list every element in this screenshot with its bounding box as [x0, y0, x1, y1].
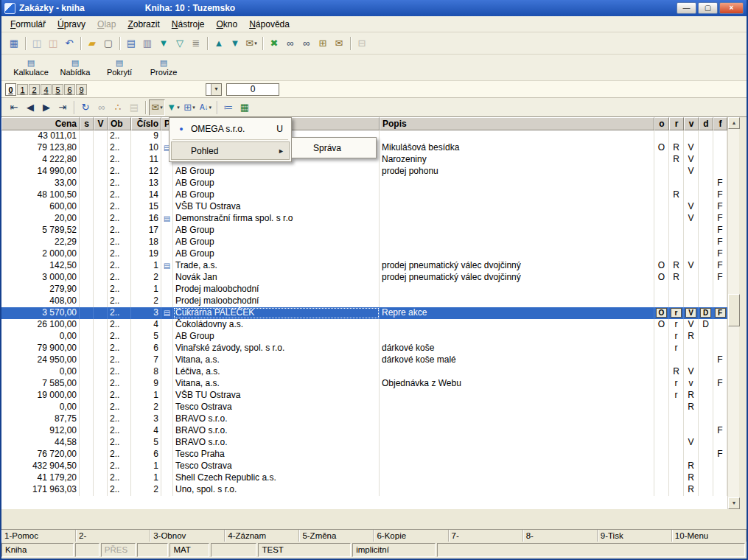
table-row[interactable]: 2 000,002..19AB GroupF: [1, 248, 747, 260]
column-header-v[interactable]: V: [94, 117, 108, 130]
list-settings-button[interactable]: ≔: [220, 99, 237, 116]
column-header-d[interactable]: d: [699, 117, 713, 130]
fkey-2[interactable]: 2-: [76, 530, 150, 542]
table-row[interactable]: 912,002..4BRAVO s.r.o.F: [1, 425, 747, 437]
table-row[interactable]: 279,902..1Prodej maloobchodní: [1, 284, 747, 295]
maximize-button[interactable]: ▢: [698, 2, 718, 14]
column-header-popis[interactable]: Popis: [380, 117, 654, 130]
menu-nastroje[interactable]: Nástroje: [166, 17, 211, 32]
fkey-7[interactable]: 7-: [449, 530, 523, 542]
column-header-cislo[interactable]: Číslo: [131, 117, 161, 130]
layers-icon[interactable]: ≣: [188, 35, 204, 52]
page-combo[interactable]: ▼: [206, 83, 222, 96]
table-row[interactable]: 3 000,002..2Novák Janprodej pneumatický …: [1, 272, 747, 284]
copy-icon[interactable]: ▤: [123, 35, 139, 52]
column-header-s[interactable]: s: [80, 117, 94, 130]
view-menu-button[interactable]: ⊞▾: [181, 99, 198, 116]
table-row[interactable]: 142,502..1▤Trade, a.s.prodej pneumatický…: [1, 260, 747, 272]
fkey-9-tisk[interactable]: 9-Tisk: [598, 530, 672, 542]
table-row[interactable]: 0,002..8Léčiva, a.s.RV: [1, 366, 747, 378]
table-row[interactable]: 41 179,202..1Shell Czech Republic a.s.R: [1, 472, 747, 484]
menu-okno[interactable]: Okno: [210, 17, 243, 32]
menu-zobrazit[interactable]: Zobrazit: [122, 17, 165, 32]
menu-olap[interactable]: Olap: [91, 17, 122, 32]
move-up-icon[interactable]: ▲: [211, 35, 227, 52]
sort-menu-button[interactable]: A↓▾: [198, 99, 214, 116]
menu-upravy[interactable]: Úpravy: [52, 17, 91, 32]
find-next-icon[interactable]: ∞: [298, 35, 315, 52]
copy-record-button[interactable]: ▤: [126, 99, 142, 116]
tab-4[interactable]: 4: [41, 84, 52, 95]
column-header-v[interactable]: v: [684, 117, 699, 130]
mail-icon[interactable]: ✉: [331, 35, 347, 52]
scroll-down-icon[interactable]: ▼: [728, 497, 740, 509]
new-record-icon[interactable]: ▢: [100, 35, 116, 52]
move-down-icon[interactable]: ▼: [227, 35, 243, 52]
table-row[interactable]: 0,002..2Tesco OstravaR: [1, 402, 747, 413]
table-row[interactable]: 19 000,002..1VŠB TU OstravarR: [1, 390, 747, 402]
tab-5[interactable]: 5: [52, 84, 63, 95]
table-row[interactable]: 3 570,002..3▤Cukrárna PALEČEKRepre akceO…: [1, 307, 747, 319]
refresh-record-button[interactable]: ↻: [77, 99, 94, 116]
tab-9[interactable]: 9: [76, 84, 87, 95]
minimize-button[interactable]: —: [677, 2, 696, 14]
fkey-4-zaznam[interactable]: 4-Záznam: [225, 530, 299, 542]
tab-2[interactable]: 2: [29, 84, 40, 95]
submenu-item-sprava[interactable]: Správa: [293, 139, 374, 156]
fkey-6-kopie[interactable]: 6-Kopie: [374, 530, 448, 542]
fkey-5-zmena[interactable]: 5-Změna: [299, 530, 374, 542]
table-row[interactable]: 14 990,002..12AB Groupprodej pohonuV: [1, 166, 747, 178]
table-row[interactable]: 33,002..13AB GroupF: [1, 178, 747, 189]
filter-icon[interactable]: ▼: [155, 35, 172, 52]
combo-arrow-icon[interactable]: ▼: [211, 84, 221, 95]
last-record-button[interactable]: ⇥: [55, 99, 71, 116]
column-header-ob[interactable]: Ob: [108, 117, 131, 130]
print-icon[interactable]: ⊟: [354, 35, 370, 52]
save-icon[interactable]: ◫: [29, 35, 45, 52]
filter-menu-button[interactable]: ▼▾: [165, 99, 181, 116]
first-record-button[interactable]: ⇤: [6, 99, 22, 116]
close-button[interactable]: ×: [719, 2, 744, 14]
find-icon[interactable]: ∞: [282, 35, 298, 52]
fkey-10-menu[interactable]: 10-Menu: [672, 530, 747, 542]
tab-1[interactable]: 1: [17, 84, 28, 95]
table-row[interactable]: 7 585,002..9Vitana, a.s.Objednávka z Web…: [1, 378, 747, 390]
tab-6[interactable]: 6: [64, 84, 75, 95]
notes-icon[interactable]: ▥: [139, 35, 155, 52]
cut-icon[interactable]: ✖: [266, 35, 282, 52]
table-row[interactable]: 171 963,032..2Uno, spol. s r.o.R: [1, 484, 747, 496]
scroll-up-icon[interactable]: ▲: [728, 117, 740, 129]
excel-export-button[interactable]: ▦: [237, 99, 253, 116]
table-row[interactable]: 600,002..15VŠB TU OstravaVF: [1, 201, 747, 213]
trace-button[interactable]: ∴: [110, 99, 126, 116]
table-row[interactable]: 79 900,002..6Vinařské závody, spol. s r.…: [1, 343, 747, 354]
table-row[interactable]: 0,002..5AB GrouprR: [1, 331, 747, 343]
filter-cancel-icon[interactable]: ▽: [172, 35, 188, 52]
calculator-grid-icon[interactable]: ⊞: [315, 35, 331, 52]
kalkulace-button[interactable]: ▤Kalkulace: [10, 55, 52, 80]
provize-button[interactable]: ▤Provize: [143, 55, 184, 80]
next-record-button[interactable]: ▶: [38, 99, 55, 116]
open-icon[interactable]: ▰: [84, 35, 100, 52]
table-row[interactable]: 87,752..3BRAVO s.r.o.: [1, 413, 747, 425]
menu-item-omega[interactable]: ●OMEGA s.r.o.U: [171, 119, 290, 138]
table-row[interactable]: 48 100,502..14AB GroupRF: [1, 189, 747, 201]
undo-icon[interactable]: ↶: [61, 35, 77, 52]
menu-napoveda[interactable]: Nápověda: [243, 17, 296, 32]
fkey-3-obnov[interactable]: 3-Obnov: [150, 530, 225, 542]
table-row[interactable]: 22,292..18AB GroupF: [1, 237, 747, 248]
record-menu-button[interactable]: ✉▾: [149, 99, 165, 116]
save-all-icon[interactable]: ◫: [45, 35, 61, 52]
table-row[interactable]: 408,002..2Prodej maloobchodní: [1, 295, 747, 307]
scrollbar-thumb[interactable]: [728, 294, 740, 326]
column-header-f[interactable]: f: [713, 117, 727, 130]
fkey-1-pomoc[interactable]: 1-Pomoc: [1, 530, 76, 542]
table-row[interactable]: 432 904,502..1Tesco OstravaR: [1, 461, 747, 472]
column-header-r[interactable]: r: [669, 117, 684, 130]
table-row[interactable]: 44,582..5BRAVO s.r.o.V: [1, 437, 747, 449]
pokryti-button[interactable]: ▤Pokrytí: [99, 55, 140, 80]
prev-record-button[interactable]: ◀: [22, 99, 38, 116]
find-record-button[interactable]: ∞: [94, 99, 110, 116]
table-row[interactable]: 20,002..16▤Demonstrační firma spol. s r.…: [1, 213, 747, 225]
column-header-cena[interactable]: Cena: [1, 117, 80, 130]
